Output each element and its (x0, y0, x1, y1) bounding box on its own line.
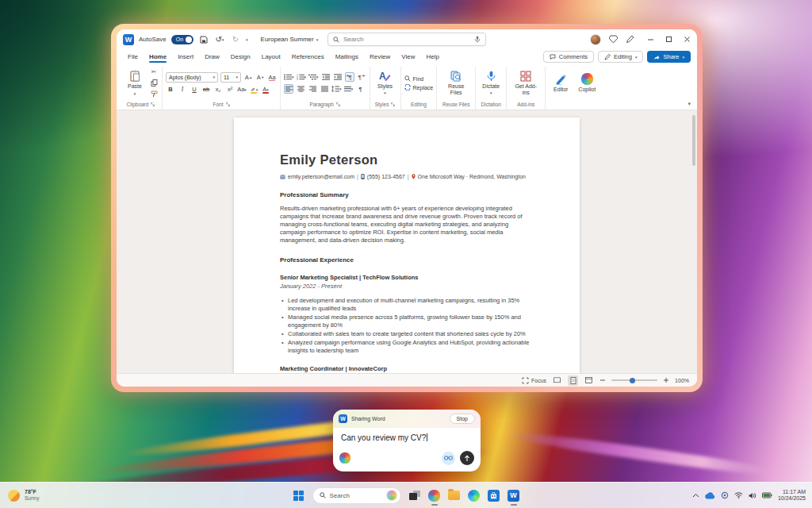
shrink-font-button[interactable]: A▾ (255, 72, 265, 82)
taskbar-copilot-button[interactable] (428, 487, 441, 503)
tab-review[interactable]: Review (365, 52, 395, 63)
get-addins-button[interactable]: Get Add-ins (510, 70, 542, 96)
increase-indent-button[interactable] (333, 72, 343, 82)
collapse-ribbon-icon[interactable]: ▾ (688, 101, 691, 107)
search-input[interactable]: Search (327, 33, 486, 46)
zoom-slider-thumb[interactable] (630, 378, 635, 383)
zoom-slider[interactable] (611, 379, 657, 381)
tab-view[interactable]: View (396, 52, 419, 63)
underline-button[interactable]: U (190, 85, 199, 94)
vertical-scrollbar[interactable] (692, 115, 695, 166)
microsoft-store-button[interactable] (488, 487, 500, 503)
bold-button[interactable]: B (166, 85, 175, 94)
superscript-button[interactable]: x² (225, 85, 235, 94)
edge-button[interactable] (468, 487, 481, 503)
close-button[interactable] (684, 36, 691, 43)
italic-button[interactable]: I (178, 85, 187, 94)
bullet-list-button[interactable]: ▾ (284, 72, 294, 82)
strikethrough-button[interactable]: ab (201, 85, 211, 94)
print-layout-button[interactable] (568, 375, 578, 386)
tab-draw[interactable]: Draw (200, 52, 224, 63)
rewards-diamond-icon[interactable] (609, 35, 618, 44)
tab-help[interactable]: Help (421, 52, 443, 63)
text-highlight-button[interactable]: ▾ (249, 85, 259, 94)
font-name-select[interactable]: Aptos (Body)▾ (166, 72, 218, 83)
numbered-list-button[interactable]: 123▾ (297, 72, 307, 82)
find-button[interactable]: Find (404, 75, 434, 82)
justify-button[interactable] (320, 84, 329, 94)
share-button[interactable]: Share ▾ (647, 51, 691, 63)
send-button[interactable] (460, 451, 474, 465)
align-center-button[interactable] (296, 84, 305, 94)
ink-pen-icon[interactable] (626, 35, 634, 44)
decrease-indent-button[interactable] (321, 72, 331, 82)
task-view-button[interactable] (408, 487, 421, 503)
taskbar-word-button[interactable]: W (508, 487, 520, 503)
clock[interactable]: 11:17 AM 10/24/2025 (778, 489, 806, 502)
zoom-out-button[interactable] (599, 377, 606, 383)
start-button[interactable] (293, 487, 305, 503)
message-input[interactable]: Can you review my CV? (333, 428, 481, 442)
tab-home[interactable]: Home (144, 52, 171, 63)
dictate-button[interactable]: Dictate ▾ (479, 70, 503, 97)
multilevel-list-button[interactable]: ▾ (308, 72, 319, 82)
editor-button[interactable]: Editor (549, 73, 573, 94)
paste-button[interactable]: Paste ▾ (123, 69, 147, 97)
align-left-button[interactable] (284, 84, 293, 94)
volume-icon[interactable] (749, 492, 756, 499)
editing-mode-button[interactable]: Editing ▾ (598, 51, 643, 63)
change-case-button[interactable]: Aa▾ (237, 85, 247, 94)
document-page[interactable]: Emily Peterson emily.peterson@email.com … (234, 117, 580, 373)
tab-insert[interactable]: Insert (173, 52, 198, 63)
stop-sharing-button[interactable]: Stop (450, 414, 475, 424)
vision-glasses-button[interactable] (442, 452, 455, 465)
align-right-button[interactable] (308, 84, 317, 94)
user-avatar[interactable] (590, 34, 601, 45)
replace-button[interactable]: Replace (404, 84, 434, 90)
grow-font-button[interactable]: A▴ (243, 72, 253, 82)
battery-icon[interactable] (762, 492, 772, 498)
microphone-icon[interactable] (474, 36, 481, 43)
save-icon[interactable] (198, 34, 209, 45)
document-canvas[interactable]: Emily Peterson emily.peterson@email.com … (117, 110, 697, 373)
tab-mailings[interactable]: Mailings (331, 52, 363, 63)
clear-formatting-button[interactable]: Aa (267, 72, 277, 82)
redo-icon[interactable]: ↻ (230, 34, 241, 45)
onedrive-cloud-icon[interactable] (705, 492, 715, 499)
settings-gear-icon[interactable] (721, 491, 729, 499)
zoom-level[interactable]: 100% (675, 378, 689, 383)
dialog-launcher-icon[interactable] (391, 102, 395, 106)
format-painter-button[interactable] (149, 90, 159, 99)
file-explorer-button[interactable] (448, 487, 461, 503)
shading-button[interactable]: ▾ (344, 84, 354, 94)
maximize-button[interactable] (665, 36, 672, 43)
tab-file[interactable]: File (123, 52, 143, 63)
right-to-left-text-button[interactable]: ¶ (357, 72, 366, 82)
web-layout-button[interactable] (584, 375, 594, 386)
hidden-icons-chevron[interactable] (692, 493, 699, 498)
tab-layout[interactable]: Layout (257, 52, 285, 63)
dialog-launcher-icon[interactable] (151, 102, 155, 106)
tab-references[interactable]: References (287, 52, 329, 63)
dialog-launcher-icon[interactable] (226, 102, 230, 106)
weather-widget[interactable]: 78°F Sunny (8, 489, 39, 502)
cut-button[interactable]: ✂ (149, 67, 159, 77)
copy-button[interactable] (149, 79, 159, 88)
taskbar-search[interactable]: Search (312, 487, 401, 504)
comments-button[interactable]: Comments (543, 51, 594, 63)
copilot-button[interactable]: Copilot (575, 72, 599, 94)
styles-button[interactable]: A Styles ▾ (373, 70, 397, 97)
left-to-right-text-button[interactable]: ¶ (345, 72, 354, 82)
undo-icon[interactable]: ↺▾ (214, 34, 225, 45)
focus-mode-button[interactable]: Focus (522, 377, 546, 384)
wifi-icon[interactable] (734, 492, 743, 498)
dialog-launcher-icon[interactable] (336, 102, 340, 106)
quick-access-more-icon[interactable]: ▾ (246, 37, 248, 42)
autosave-toggle[interactable]: On (171, 35, 193, 44)
tab-design[interactable]: Design (226, 52, 255, 63)
zoom-in-button[interactable] (663, 377, 669, 383)
subscript-button[interactable]: x₂ (213, 85, 223, 94)
document-title[interactable]: European Summer ▾ (261, 36, 319, 43)
read-mode-button[interactable] (552, 375, 562, 386)
show-hide-marks-button[interactable]: ¶ (356, 84, 366, 94)
